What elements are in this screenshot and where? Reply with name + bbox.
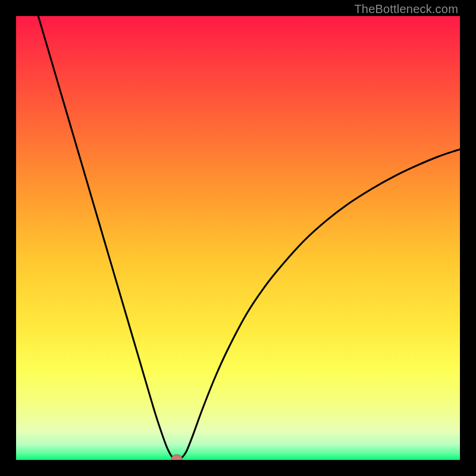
plot-svg [16, 16, 460, 460]
optimum-marker [171, 455, 182, 460]
gradient-background [16, 16, 460, 460]
plot-area [16, 16, 460, 460]
chart-frame: TheBottleneck.com [0, 0, 476, 476]
watermark-text: TheBottleneck.com [354, 2, 458, 16]
